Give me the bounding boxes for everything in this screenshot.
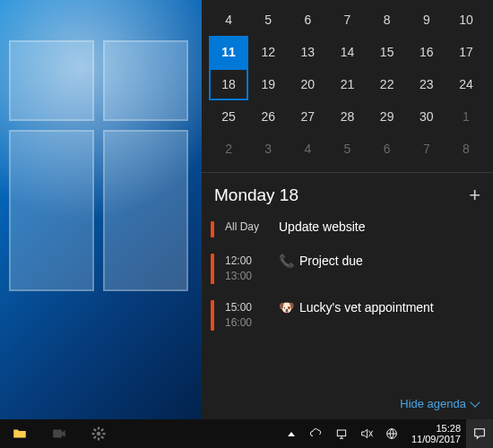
clock-date: 11/09/2017 xyxy=(411,434,461,444)
calendar-day[interactable]: 23 xyxy=(407,68,446,100)
folder-icon xyxy=(12,426,28,442)
event-title: 🐶Lucky's vet appointment xyxy=(279,300,434,314)
desktop-wallpaper xyxy=(0,0,202,419)
calendar-day[interactable]: 1 xyxy=(446,100,486,133)
hide-agenda-label: Hide agenda xyxy=(400,397,466,410)
video-icon xyxy=(51,426,67,442)
wallpaper-pane xyxy=(103,130,188,291)
taskbar-pinned-area xyxy=(0,419,118,448)
taskbar-app-button[interactable] xyxy=(39,419,79,448)
calendar-day[interactable]: 24 xyxy=(446,68,486,100)
settings-icon xyxy=(91,426,107,442)
wallpaper-pane xyxy=(9,130,94,291)
calendar-day[interactable]: 25 xyxy=(209,100,248,133)
calendar-day[interactable]: 13 xyxy=(288,36,327,68)
calendar-day[interactable]: 21 xyxy=(327,68,367,100)
calendar-day[interactable]: 17 xyxy=(446,36,486,68)
taskbar-app-button[interactable] xyxy=(0,419,39,448)
agenda-event[interactable]: 12:0013:00📞Project due xyxy=(202,250,493,297)
agenda-event[interactable]: All DayUpdate website xyxy=(202,216,493,250)
event-time: 15:0016:00 xyxy=(225,300,268,331)
event-color-bar xyxy=(211,221,214,237)
action-center-button[interactable] xyxy=(466,419,493,448)
calendar-day[interactable]: 10 xyxy=(446,4,486,36)
event-time: 12:0013:00 xyxy=(225,254,268,284)
onedrive-icon[interactable] xyxy=(309,426,324,441)
calendar-day[interactable]: 28 xyxy=(327,100,367,133)
calendar-day[interactable]: 6 xyxy=(368,133,407,165)
calendar-day[interactable]: 16 xyxy=(407,36,446,68)
event-time: All Day xyxy=(225,220,268,235)
calendar-day[interactable]: 26 xyxy=(248,100,288,133)
svg-rect-2 xyxy=(337,430,345,436)
calendar-day[interactable]: 8 xyxy=(368,4,407,36)
agenda-event[interactable]: 15:0016:00🐶Lucky's vet appointment xyxy=(202,297,493,343)
calendar-day[interactable]: 14 xyxy=(327,36,367,68)
calendar-day[interactable]: 4 xyxy=(288,133,327,165)
volume-icon[interactable] xyxy=(359,426,374,441)
hide-agenda-button[interactable]: Hide agenda xyxy=(400,397,479,410)
calendar-day[interactable]: 9 xyxy=(407,4,446,36)
wallpaper-pane xyxy=(9,40,94,121)
calendar-day[interactable]: 7 xyxy=(327,4,367,36)
calendar-day[interactable]: 18 xyxy=(209,68,248,100)
divider xyxy=(202,172,493,173)
taskbar-app-button[interactable] xyxy=(79,419,118,448)
calendar-day[interactable]: 22 xyxy=(368,68,407,100)
event-title: Update website xyxy=(279,220,366,234)
system-tray xyxy=(281,426,406,441)
calendar-day[interactable]: 19 xyxy=(248,68,288,100)
wallpaper-pane xyxy=(103,40,188,121)
event-emoji-icon: 📞 xyxy=(279,254,294,268)
calendar-day[interactable]: 3 xyxy=(248,133,288,165)
calendar-day[interactable]: 4 xyxy=(209,4,248,36)
calendar-day[interactable]: 8 xyxy=(446,133,486,165)
taskbar: 15:28 11/09/2017 xyxy=(0,419,493,448)
network-icon[interactable] xyxy=(334,426,349,441)
tray-overflow-button[interactable] xyxy=(284,426,298,441)
event-color-bar xyxy=(211,300,214,331)
calendar-day[interactable]: 27 xyxy=(288,100,327,133)
agenda-list: All DayUpdate website12:0013:00📞Project … xyxy=(202,216,493,343)
chevron-up-icon xyxy=(288,432,295,436)
calendar-day[interactable]: 30 xyxy=(407,100,446,133)
calendar-day[interactable]: 12 xyxy=(248,36,288,68)
calendar-day[interactable]: 6 xyxy=(288,4,327,36)
chevron-down-icon xyxy=(470,397,480,407)
calendar-grid: 4567891011121314151617181920212223242526… xyxy=(202,0,493,170)
calendar-day[interactable]: 5 xyxy=(327,133,367,165)
calendar-day[interactable]: 7 xyxy=(407,133,446,165)
agenda-header: Monday 18 + xyxy=(202,178,493,216)
calendar-day[interactable]: 29 xyxy=(368,100,407,133)
agenda-date-title: Monday 18 xyxy=(214,185,298,205)
calendar-flyout: 4567891011121314151617181920212223242526… xyxy=(202,0,493,419)
calendar-day[interactable]: 5 xyxy=(248,4,288,36)
clock-time: 15:28 xyxy=(411,423,461,434)
svg-rect-0 xyxy=(53,430,62,438)
event-emoji-icon: 🐶 xyxy=(279,300,294,314)
svg-point-1 xyxy=(97,432,101,436)
add-event-button[interactable]: + xyxy=(469,184,480,207)
calendar-day[interactable]: 2 xyxy=(209,133,248,165)
notification-icon xyxy=(472,426,487,441)
input-language-icon[interactable] xyxy=(385,426,399,441)
event-title: 📞Project due xyxy=(279,254,363,268)
taskbar-clock[interactable]: 15:28 11/09/2017 xyxy=(406,423,466,444)
calendar-day[interactable]: 20 xyxy=(288,68,327,100)
calendar-day[interactable]: 15 xyxy=(368,36,407,68)
event-color-bar xyxy=(211,254,214,284)
calendar-day[interactable]: 11 xyxy=(209,36,248,68)
